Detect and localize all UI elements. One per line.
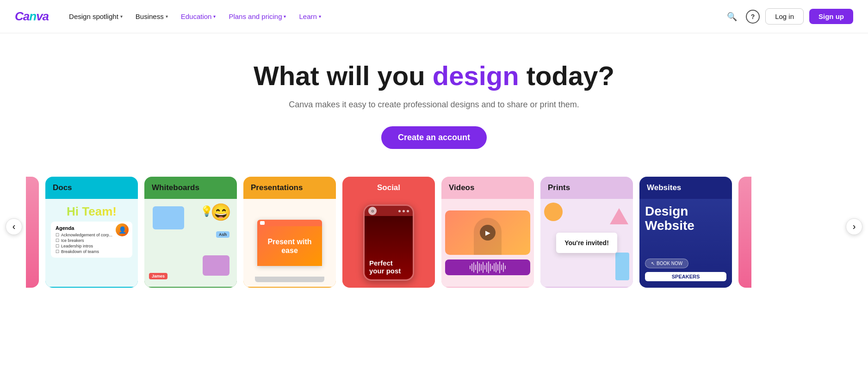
nav-link-label: Learn: [299, 12, 316, 20]
hero-title: What will you design today?: [19, 61, 849, 91]
card-web-title: Websites: [639, 177, 732, 199]
wb-name-tag-ash: Ash: [216, 231, 229, 238]
wb-name-tag-james: James: [149, 273, 167, 279]
partial-right-card: [738, 177, 751, 288]
card-videos[interactable]: Videos ▶: [441, 177, 534, 288]
arrow-left-button[interactable]: ‹: [6, 218, 22, 235]
agenda-item: ☐ Breakdown of teams: [56, 249, 128, 254]
cards-wrapper: Docs Hi Team! Agenda ☐ Acknowledgement o…: [0, 177, 868, 288]
card-social[interactable]: Social ⊙ Perfect your post: [342, 177, 435, 288]
nav-link-learn[interactable]: Learn ▾: [293, 9, 326, 24]
nav-link-business[interactable]: Business ▾: [130, 9, 174, 24]
card-social-title: Social: [342, 177, 435, 199]
web-book-now-button[interactable]: ↖ BOOK NOW: [645, 259, 688, 268]
card-docs-content: Hi Team! Agenda ☐ Acknowledgement of cor…: [45, 199, 138, 287]
signup-button[interactable]: Sign up: [809, 9, 853, 24]
nav-link-plans-pricing[interactable]: Plans and pricing ▾: [223, 9, 291, 24]
hi-team-text: Hi Team!: [67, 204, 117, 219]
web-speakers-label: SPEAKERS: [645, 272, 726, 281]
docs-agenda-card: Agenda ☐ Acknowledgement of corp... ☐ Ic…: [51, 222, 132, 258]
card-pres-title: Presentations: [243, 177, 336, 199]
chevron-down-icon: ▾: [284, 14, 286, 19]
chevron-down-icon: ▾: [213, 14, 216, 19]
laptop-base: [255, 277, 324, 282]
pres-slide-text: Present with ease: [261, 237, 318, 255]
agenda-item: ☐ Ice breakers: [56, 238, 128, 243]
card-prints-content: You're invited!: [540, 199, 633, 287]
cursor-icon: ↖: [651, 261, 655, 266]
web-design-text: Design Website: [645, 204, 726, 233]
nav-actions: 🔍 ? Log in Sign up: [724, 8, 853, 25]
partial-left-card: [26, 177, 39, 288]
social-post-text: Perfect your post: [369, 259, 408, 275]
card-videos-title: Videos: [441, 177, 534, 199]
card-docs[interactable]: Docs Hi Team! Agenda ☐ Acknowledgement o…: [45, 177, 138, 288]
card-presentations[interactable]: Presentations Present with ease: [243, 177, 336, 288]
video-thumbnail: ▶: [445, 210, 530, 255]
hero-title-design: design: [433, 61, 519, 91]
create-account-button[interactable]: Create an account: [381, 126, 487, 149]
hero-title-part2: today?: [519, 61, 614, 91]
nav-link-education[interactable]: Education ▾: [175, 9, 222, 24]
phone-mockup: ⊙ Perfect your post: [363, 204, 414, 281]
card-whiteboards[interactable]: Whiteboards 😄 💡 Ash James: [144, 177, 237, 288]
hero-subtitle: Canva makes it easy to create profession…: [19, 100, 849, 110]
play-button[interactable]: ▶: [480, 225, 496, 241]
card-prints[interactable]: Prints You're invited!: [540, 177, 633, 288]
arrow-right-button[interactable]: ›: [846, 218, 862, 235]
card-wb-title: Whiteboards: [144, 177, 237, 199]
agenda-item: ☐ Leadership intros: [56, 244, 128, 248]
logo[interactable]: Canva: [15, 9, 49, 24]
login-button[interactable]: Log in: [765, 8, 804, 25]
nav-links: Design spotlight ▾ Business ▾ Education …: [63, 9, 724, 24]
wb-emoji-tools: 💡: [200, 205, 213, 217]
nav-link-design-spotlight[interactable]: Design spotlight ▾: [63, 9, 128, 24]
card-web-content: Design Website ↖ BOOK NOW SPEAKERS: [639, 199, 732, 287]
prints-invite-text: You're invited!: [564, 239, 609, 247]
card-videos-content: ▶: [441, 199, 534, 287]
chevron-down-icon: ▾: [166, 14, 168, 19]
card-wb-content: 😄 💡 Ash James: [144, 199, 237, 287]
wb-rect-purple: [203, 255, 229, 276]
wb-rect-blue: [153, 206, 184, 229]
hero-section: What will you design today? Canva makes …: [0, 33, 868, 167]
search-icon[interactable]: 🔍: [724, 8, 740, 25]
card-prints-title: Prints: [540, 177, 633, 199]
hero-title-part1: What will you: [254, 61, 433, 91]
audio-waveform: [445, 259, 530, 275]
navbar: Canva Design spotlight ▾ Business ▾ Educ…: [0, 0, 868, 33]
nav-link-label: Design spotlight: [69, 12, 118, 20]
prints-invite-card: You're invited!: [556, 233, 617, 253]
nav-link-label: Plans and pricing: [229, 12, 282, 20]
laptop-screen: Present with ease: [257, 220, 322, 266]
card-docs-title: Docs: [45, 177, 138, 199]
card-pres-content: Present with ease: [243, 199, 336, 287]
card-websites[interactable]: Websites Design Website ↖ BOOK NOW SPEAK…: [639, 177, 732, 288]
help-icon[interactable]: ?: [746, 10, 760, 24]
cards-section: ‹ Docs Hi Team! Agenda ☐ Acknowledgement…: [0, 167, 868, 288]
card-social-content: ⊙ Perfect your post: [342, 199, 435, 287]
avatar: 👤: [116, 223, 129, 236]
wb-emoji-face: 😄: [211, 203, 231, 222]
nav-link-label: Education: [181, 12, 212, 20]
chevron-down-icon: ▾: [319, 14, 321, 19]
chevron-down-icon: ▾: [120, 14, 123, 19]
nav-link-label: Business: [136, 12, 164, 20]
